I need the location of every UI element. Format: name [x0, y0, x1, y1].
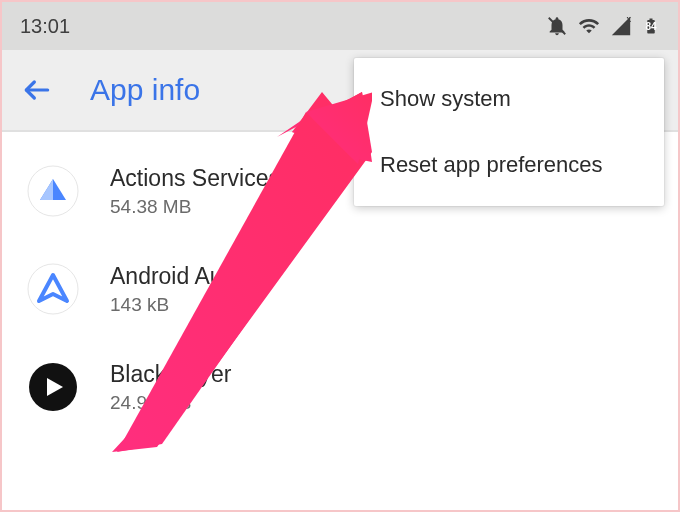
- app-size: 24.93 MB: [110, 392, 231, 414]
- dnd-icon: [546, 15, 568, 37]
- app-name: Android Auto: [110, 263, 242, 290]
- battery-icon: 84: [642, 15, 660, 37]
- status-icons: x 84: [546, 15, 660, 37]
- app-size: 54.38 MB: [110, 196, 280, 218]
- app-size: 143 kB: [110, 294, 242, 316]
- back-button[interactable]: [16, 69, 58, 111]
- menu-item-reset-preferences[interactable]: Reset app preferences: [354, 132, 664, 198]
- status-bar: 13:01 x 84: [2, 2, 678, 50]
- app-row[interactable]: Android Auto 143 kB: [2, 240, 678, 338]
- app-icon-actions-services: [26, 164, 80, 218]
- app-name: BlackPlayer: [110, 361, 231, 388]
- page-title: App info: [90, 73, 200, 107]
- status-time: 13:01: [20, 15, 70, 38]
- wifi-icon: [578, 15, 600, 37]
- app-icon-android-auto: [26, 262, 80, 316]
- app-name: Actions Services: [110, 165, 280, 192]
- app-row[interactable]: BlackPlayer 24.93 MB: [2, 338, 678, 436]
- menu-item-show-system[interactable]: Show system: [354, 66, 664, 132]
- svg-text:x: x: [627, 15, 632, 24]
- app-icon-blackplayer: [26, 360, 80, 414]
- svg-point-4: [28, 264, 78, 314]
- battery-level: 84: [645, 21, 656, 32]
- overflow-menu: Show system Reset app preferences: [354, 58, 664, 206]
- cell-signal-icon: x: [610, 15, 632, 37]
